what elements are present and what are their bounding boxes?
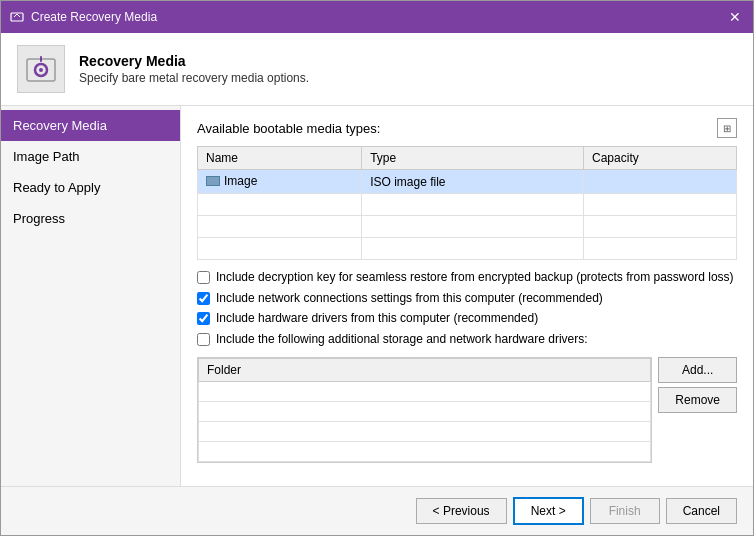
storage-section: Folder Add...	[197, 357, 737, 463]
title-bar: Create Recovery Media ✕	[1, 1, 753, 33]
header-section: Recovery Media Specify bare metal recove…	[1, 33, 753, 106]
checkbox-storage[interactable]	[197, 333, 210, 346]
col-capacity: Capacity	[584, 147, 737, 170]
add-button[interactable]: Add...	[658, 357, 737, 383]
cancel-button[interactable]: Cancel	[666, 498, 737, 524]
table-row-empty-1	[198, 194, 737, 216]
checkbox-hardware-label: Include hardware drivers from this compu…	[216, 311, 538, 327]
header-subtitle: Specify bare metal recovery media option…	[79, 71, 309, 85]
table-row[interactable]: Image ISO image file	[198, 170, 737, 194]
storage-row-empty-4	[199, 442, 651, 462]
expand-icon[interactable]: ⊞	[717, 118, 737, 138]
close-button[interactable]: ✕	[725, 7, 745, 27]
storage-row-empty-3	[199, 422, 651, 442]
previous-button[interactable]: < Previous	[416, 498, 507, 524]
checkbox-row-3: Include hardware drivers from this compu…	[197, 311, 737, 327]
storage-row-empty-2	[199, 402, 651, 422]
header-text: Recovery Media Specify bare metal recove…	[79, 53, 309, 85]
table-row-empty-2	[198, 216, 737, 238]
section-title-row: Available bootable media types: ⊞	[197, 118, 737, 138]
sidebar-item-ready-to-apply[interactable]: Ready to Apply	[1, 172, 180, 203]
footer: < Previous Next > Finish Cancel	[1, 486, 753, 535]
col-name: Name	[198, 147, 362, 170]
storage-table-wrapper: Folder	[197, 357, 652, 463]
image-icon	[206, 176, 220, 186]
main-content: Recovery Media Image Path Ready to Apply…	[1, 106, 753, 486]
main-window: Create Recovery Media ✕ Recovery Media S…	[0, 0, 754, 536]
storage-buttons: Add... Remove	[658, 357, 737, 463]
table-cell-capacity	[584, 170, 737, 194]
storage-table-container: Folder	[197, 357, 652, 463]
title-bar-icon	[9, 9, 25, 25]
title-bar-text: Create Recovery Media	[31, 10, 725, 24]
checkbox-row-1: Include decryption key for seamless rest…	[197, 270, 737, 286]
checkbox-decryption[interactable]	[197, 271, 210, 284]
storage-col-folder: Folder	[199, 359, 651, 382]
sidebar-item-recovery-media[interactable]: Recovery Media	[1, 110, 180, 141]
next-button[interactable]: Next >	[513, 497, 584, 525]
col-type: Type	[362, 147, 584, 170]
checkbox-row-2: Include network connections settings fro…	[197, 291, 737, 307]
sidebar-item-progress[interactable]: Progress	[1, 203, 180, 234]
checkbox-network-label: Include network connections settings fro…	[216, 291, 603, 307]
table-row-empty-3	[198, 238, 737, 260]
svg-point-3	[39, 68, 43, 72]
header-icon	[17, 45, 65, 93]
finish-button[interactable]: Finish	[590, 498, 660, 524]
checkbox-decryption-label: Include decryption key for seamless rest…	[216, 270, 734, 286]
table-cell-name: Image	[198, 170, 362, 194]
sidebar-item-image-path[interactable]: Image Path	[1, 141, 180, 172]
sidebar: Recovery Media Image Path Ready to Apply…	[1, 106, 181, 486]
checkbox-hardware[interactable]	[197, 312, 210, 325]
content-area: Available bootable media types: ⊞ Name T…	[181, 106, 753, 486]
checkbox-row-4: Include the following additional storage…	[197, 332, 737, 348]
header-title: Recovery Media	[79, 53, 309, 69]
storage-table: Folder	[198, 358, 651, 462]
remove-button[interactable]: Remove	[658, 387, 737, 413]
checkbox-storage-label: Include the following additional storage…	[216, 332, 588, 348]
media-table: Name Type Capacity Image ISO image	[197, 146, 737, 260]
storage-row-empty-1	[199, 382, 651, 402]
section-title-text: Available bootable media types:	[197, 121, 380, 136]
table-cell-type: ISO image file	[362, 170, 584, 194]
checkboxes-section: Include decryption key for seamless rest…	[197, 270, 737, 347]
checkbox-network[interactable]	[197, 292, 210, 305]
